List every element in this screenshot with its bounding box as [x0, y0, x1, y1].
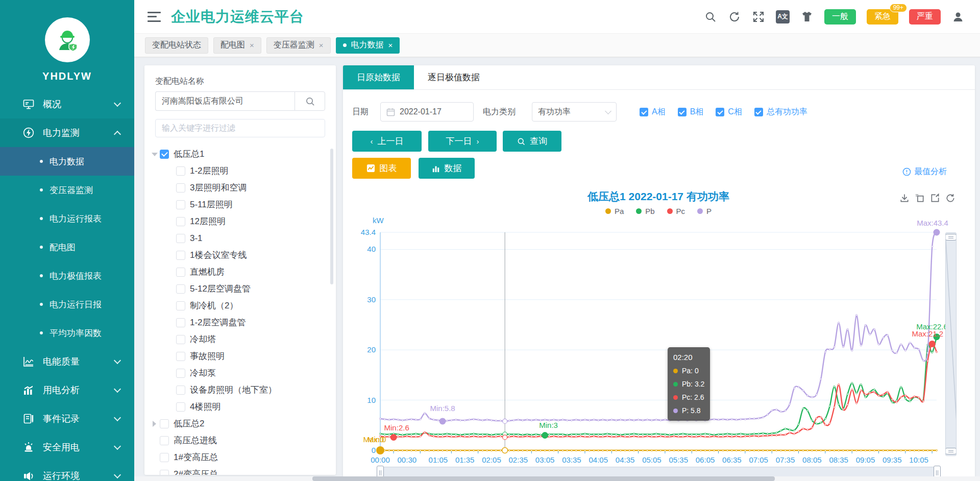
datazoom-left-handle[interactable] — [377, 466, 384, 477]
open-tab-电力数据[interactable]: 电力数据× — [336, 37, 400, 54]
tree-checkbox[interactable] — [176, 251, 185, 260]
tree-node-5-11层照明[interactable]: 5-11层照明 — [144, 196, 336, 213]
tree-checkbox[interactable] — [176, 217, 185, 226]
tree-checkbox[interactable] — [176, 234, 185, 243]
close-tab-icon[interactable]: × — [388, 41, 393, 49]
sidebar-item-运行环境[interactable]: 运行环境 — [0, 462, 134, 481]
svg-text:10: 10 — [367, 396, 376, 404]
svg-text:09:05: 09:05 — [856, 455, 875, 464]
tree-node-2#变高压总[interactable]: 2#变高压总 — [144, 466, 336, 475]
tree-checkbox[interactable] — [176, 402, 185, 412]
close-tab-icon[interactable]: × — [319, 41, 324, 49]
datazoom-right-handle[interactable] — [934, 466, 941, 477]
sidebar-item-电能质量[interactable]: 电能质量 — [0, 347, 134, 376]
page-scrollbar-thumb[interactable] — [312, 476, 775, 481]
sidebar-item-变压器监测[interactable]: 变压器监测 — [0, 176, 134, 204]
tree-node-1-2层空调盘管[interactable]: 1-2层空调盘管 — [144, 314, 336, 331]
vzoom-bottom-handle[interactable] — [945, 448, 957, 454]
tree-scrollbar[interactable] — [330, 149, 333, 284]
tree-node-3-1[interactable]: 3-1 — [144, 230, 336, 247]
alarm-badge-紧急[interactable]: 紧急99+ — [867, 9, 898, 25]
sidebar-item-label: 平均功率因数 — [50, 327, 102, 339]
sidebar-item-电力极值报表[interactable]: 电力极值报表 — [0, 261, 134, 290]
tree-node-事故照明[interactable]: 事故照明 — [144, 348, 336, 365]
sidebar-item-配电图[interactable]: 配电图 — [0, 233, 134, 261]
tree-checkbox[interactable] — [176, 284, 185, 294]
tree-node-设备房照明（地下室）[interactable]: 设备房照明（地下室） — [144, 381, 336, 398]
sidebar-item-概况[interactable]: 概况 — [0, 90, 134, 118]
tree-node-冷却塔[interactable]: 冷却塔 — [144, 331, 336, 348]
close-tab-icon[interactable]: × — [250, 41, 254, 49]
search-icon[interactable] — [704, 10, 717, 23]
tree-checkbox[interactable] — [176, 183, 185, 193]
svg-text:40: 40 — [367, 245, 376, 253]
tree-checkbox[interactable] — [160, 436, 169, 445]
station-panel: 变配电站名称 低压总11-2层照明3层照明和空调5-11层照明12层照明3-11… — [144, 65, 336, 475]
tree-checkbox[interactable] — [176, 301, 185, 310]
tree-node-12层照明[interactable]: 12层照明 — [144, 213, 336, 230]
tree-node-label: 低压总2 — [174, 418, 204, 429]
sidebar-item-安全用电[interactable]: 安全用电 — [0, 433, 134, 462]
tree-node-1楼会议室专线[interactable]: 1楼会议室专线 — [144, 247, 336, 263]
expand-down-icon[interactable] — [151, 151, 158, 158]
header-actions: A文一般紧急99+严重 — [704, 9, 980, 25]
tree-node-3层照明和空调[interactable]: 3层照明和空调 — [144, 179, 336, 196]
tree-node-1-2层照明[interactable]: 1-2层照明 — [144, 162, 336, 179]
expand-right-icon[interactable] — [151, 420, 158, 427]
tree-node-label: 制冷机（2） — [190, 300, 238, 311]
tree-checkbox[interactable] — [160, 453, 169, 462]
tree-node-高压总进线[interactable]: 高压总进线 — [144, 432, 336, 449]
tree-filter-input[interactable] — [155, 119, 325, 137]
tree-node-冷却泵[interactable]: 冷却泵 — [144, 365, 336, 381]
tree-checkbox[interactable] — [160, 470, 169, 475]
sidebar-item-用电分析[interactable]: 用电分析 — [0, 376, 134, 404]
worker-avatar-icon — [53, 26, 82, 54]
tree-checkbox[interactable] — [176, 166, 185, 176]
open-tab-变压器监测[interactable]: 变压器监测× — [266, 37, 331, 54]
bullet-icon — [40, 246, 43, 249]
svg-text:07:35: 07:35 — [776, 455, 795, 464]
tree-node-低压总1[interactable]: 低压总1 — [144, 146, 336, 162]
sidebar-item-平均功率因数[interactable]: 平均功率因数 — [0, 319, 134, 347]
tree-checkbox[interactable] — [176, 369, 185, 378]
tree-node-4楼照明[interactable]: 4楼照明 — [144, 398, 336, 415]
sync-icon[interactable] — [728, 10, 741, 23]
datazoom-vertical-slider[interactable] — [945, 232, 957, 456]
datazoom-horizontal-slider[interactable] — [380, 467, 937, 477]
tree-checkbox[interactable] — [176, 200, 185, 209]
theme-icon[interactable] — [800, 10, 814, 23]
power-line-chart[interactable]: 01020304043.4kW00:0000:3001:0501:3502:05… — [343, 65, 975, 477]
tree-checkbox[interactable] — [176, 268, 185, 277]
vzoom-top-handle[interactable] — [945, 234, 957, 240]
alarm-badge-一般[interactable]: 一般 — [824, 9, 856, 25]
svg-text:05:05: 05:05 — [642, 455, 662, 464]
tree-checkbox[interactable] — [176, 335, 185, 344]
open-tab-配电图[interactable]: 配电图× — [213, 37, 261, 54]
sidebar-item-电力运行报表[interactable]: 电力运行报表 — [0, 204, 134, 233]
sidebar-item-事件记录[interactable]: 事件记录 — [0, 404, 134, 433]
tree-checkbox[interactable] — [176, 386, 185, 395]
tree-checkbox[interactable] — [176, 318, 185, 327]
translate-icon[interactable]: A文 — [776, 10, 790, 23]
fullscreen-icon[interactable] — [752, 10, 765, 23]
station-search-button[interactable] — [295, 91, 325, 111]
tree-node-直燃机房[interactable]: 直燃机房 — [144, 263, 336, 280]
user-icon[interactable] — [951, 10, 965, 23]
tree-checkbox[interactable] — [160, 150, 169, 159]
tree-node-低压总2[interactable]: 低压总2 — [144, 415, 336, 432]
sidebar-menu: 概况电力监测电力数据变压器监测电力运行报表配电图电力极值报表电力运行日报平均功率… — [0, 90, 134, 481]
station-search-input[interactable] — [155, 91, 295, 111]
tree-checkbox[interactable] — [176, 352, 185, 361]
sidebar-item-电力监测[interactable]: 电力监测 — [0, 118, 134, 147]
tree-node-5-12层空调盘管[interactable]: 5-12层空调盘管 — [144, 280, 336, 297]
open-tab-变配电站状态[interactable]: 变配电站状态 — [145, 37, 208, 54]
sidebar-item-电力数据[interactable]: 电力数据 — [0, 147, 134, 176]
sidebar-item-label: 变压器监测 — [50, 184, 93, 196]
sidebar-item-电力运行日报[interactable]: 电力运行日报 — [0, 290, 134, 319]
tree-node-制冷机（2）[interactable]: 制冷机（2） — [144, 297, 336, 314]
sidebar-item-label: 概况 — [43, 98, 61, 110]
tree-node-1#变高压总[interactable]: 1#变高压总 — [144, 449, 336, 466]
alarm-badge-严重[interactable]: 严重 — [909, 9, 941, 25]
collapse-menu-icon[interactable] — [148, 12, 161, 22]
tree-checkbox[interactable] — [160, 419, 169, 428]
